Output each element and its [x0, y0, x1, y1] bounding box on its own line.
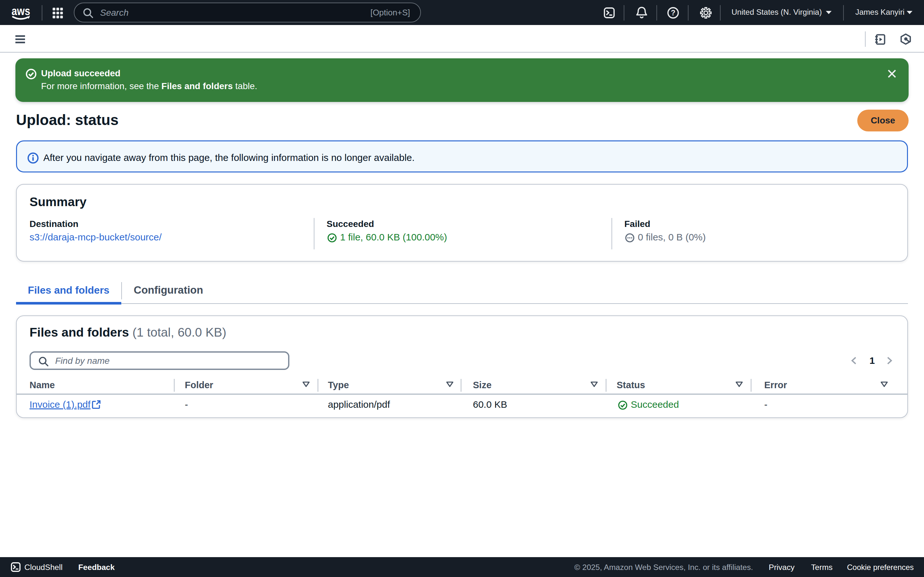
- svg-text:?: ?: [671, 9, 675, 17]
- svg-text:aws: aws: [11, 6, 30, 18]
